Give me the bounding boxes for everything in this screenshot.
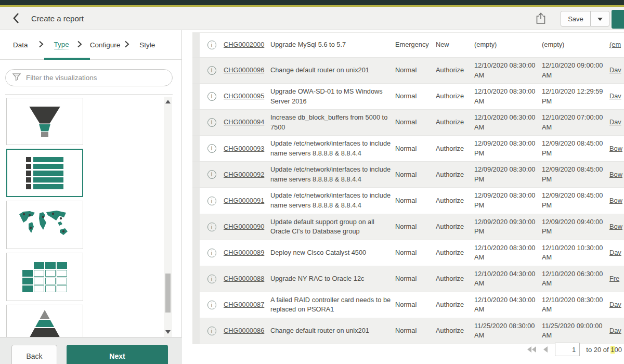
info-icon[interactable]: i	[207, 144, 216, 153]
end-date: 12/09/2020 08:45:00 PM	[542, 136, 609, 161]
row-gutter	[192, 110, 200, 135]
page-input[interactable]	[555, 343, 580, 356]
change-number-link[interactable]: CHG0002000	[224, 40, 264, 50]
number-cell: CHG0000087	[224, 292, 270, 318]
save-button[interactable]: Save	[561, 11, 591, 27]
end-date: 12/10/2020 12:29:59 PM	[542, 84, 609, 109]
viz-thumbnail-funnel[interactable]	[6, 98, 83, 145]
change-number-link[interactable]: CHG0000086	[224, 326, 264, 336]
assignee-cell: Dav	[609, 58, 624, 83]
info-icon[interactable]: i	[207, 275, 216, 283]
step-style[interactable]: Style	[139, 41, 155, 49]
short-description: Change default router on unix201	[270, 58, 395, 83]
info-cell: i	[200, 110, 224, 135]
chevron-left-icon	[12, 18, 20, 25]
wizard-next-button[interactable]: Next	[67, 345, 168, 364]
start-date: 12/10/2020 04:30:00 AM	[474, 266, 542, 292]
step-type[interactable]: Type	[54, 41, 69, 49]
change-number-link[interactable]: CHG0000096	[224, 66, 264, 75]
save-menu-button[interactable]	[590, 11, 609, 27]
chevron-left-page-icon	[543, 346, 548, 353]
info-icon[interactable]: i	[207, 92, 216, 101]
info-icon[interactable]: i	[207, 118, 216, 127]
state: Authorize	[436, 318, 474, 344]
change-number-link[interactable]: CHG0000090	[224, 222, 264, 232]
viz-scrollbar-thumb[interactable]	[165, 274, 171, 313]
start-date: 12/09/2020 09:30:00 PM	[474, 214, 542, 240]
pagination-bar: to 20 of 100	[192, 341, 622, 358]
change-number-link[interactable]: CHG0000088	[224, 274, 264, 284]
state: Authorize	[436, 110, 474, 135]
viz-thumbnail-map[interactable]	[6, 201, 83, 249]
change-number-link[interactable]: CHG0000095	[224, 92, 264, 101]
step-configure[interactable]: Configure	[90, 41, 121, 49]
info-cell: i	[200, 136, 224, 161]
viz-thumbnail-list[interactable]	[6, 149, 83, 197]
assigned-to-link[interactable]: Fre	[609, 274, 619, 284]
end-date: 12/09/2020 08:45:00 PM	[542, 188, 609, 213]
chevron-right-icon	[38, 41, 44, 49]
back-button[interactable]	[9, 12, 23, 25]
short-description: Update default support group on all Orac…	[270, 214, 395, 240]
state: Authorize	[436, 266, 474, 292]
assigned-to-link[interactable]: Dav	[609, 300, 621, 310]
assignee-cell: Dav	[609, 240, 624, 266]
short-description: Upgrade MySql 5.6 to 5.7	[270, 33, 395, 57]
assigned-to-link[interactable]: Dav	[609, 326, 621, 336]
row-gutter	[192, 58, 200, 83]
change-number-link[interactable]: CHG0000092	[224, 170, 264, 180]
info-icon[interactable]: i	[207, 41, 216, 49]
first-page-button[interactable]	[527, 346, 536, 353]
state: New	[436, 33, 474, 57]
table-row: iCHG0000088Upgrade NY RAC to Oracle 12cN…	[192, 266, 624, 292]
row-gutter	[192, 84, 200, 109]
info-icon[interactable]: i	[207, 197, 216, 205]
scroll-down-icon[interactable]	[165, 330, 171, 334]
assigned-to-link[interactable]: Bow	[609, 170, 622, 180]
viz-thumbnail-pyramid[interactable]	[6, 305, 83, 337]
info-icon[interactable]: i	[207, 249, 216, 257]
info-cell: i	[200, 84, 224, 109]
info-icon[interactable]: i	[207, 301, 216, 309]
viz-list-scrollbar[interactable]	[164, 97, 172, 337]
change-number-link[interactable]: CHG0000087	[224, 300, 264, 310]
row-range-label: to 20 of 100	[586, 346, 622, 354]
change-number-link[interactable]: CHG0000094	[224, 118, 264, 127]
info-icon[interactable]: i	[207, 223, 216, 231]
share-button[interactable]	[534, 12, 548, 25]
assigned-to-link[interactable]: Bow	[609, 144, 622, 154]
assigned-to-link[interactable]: Dav	[609, 118, 621, 127]
assignee-cell: Bow	[609, 214, 624, 240]
assigned-to-link[interactable]: (em	[609, 40, 621, 50]
viz-thumbnail-heatmap[interactable]	[6, 253, 83, 301]
assigned-to-link[interactable]: Dav	[609, 66, 621, 75]
assigned-to-link[interactable]: Bow	[609, 196, 622, 206]
row-gutter	[192, 136, 200, 161]
step-data[interactable]: Data	[13, 41, 28, 49]
table-row: iCHG0002000Upgrade MySql 5.6 to 5.7Emerg…	[192, 33, 624, 58]
info-cell: i	[200, 240, 224, 266]
end-date: (empty)	[542, 33, 609, 57]
cut-off-primary-button[interactable]	[612, 10, 624, 29]
start-date: 12/10/2020 08:30:00 AM	[474, 58, 542, 83]
wizard-back-button[interactable]: Back	[11, 345, 57, 364]
visualization-filter-input[interactable]	[26, 74, 172, 82]
assignee-cell: Dav	[609, 318, 624, 344]
info-icon[interactable]: i	[207, 327, 216, 335]
change-number-link[interactable]: CHG0000091	[224, 196, 264, 206]
number-cell: CHG0002000	[224, 33, 270, 57]
change-number-link[interactable]: CHG0000093	[224, 144, 264, 154]
active-step-indicator	[44, 58, 90, 60]
change-number-link[interactable]: CHG0000089	[224, 248, 264, 258]
assigned-to-link[interactable]: Bow	[609, 222, 622, 232]
info-icon[interactable]: i	[207, 66, 216, 75]
scroll-up-icon[interactable]	[165, 100, 171, 103]
assignee-cell: Bow	[609, 136, 624, 161]
world-map-icon	[16, 208, 73, 242]
short-description: A failed RAID controller card needs to b…	[270, 292, 395, 318]
end-date: 12/10/2020 07:00:00 AM	[542, 110, 609, 135]
previous-page-button[interactable]	[543, 346, 548, 353]
info-icon[interactable]: i	[207, 170, 216, 179]
assigned-to-link[interactable]: Dav	[609, 92, 621, 101]
assigned-to-link[interactable]: Dav	[609, 248, 621, 258]
